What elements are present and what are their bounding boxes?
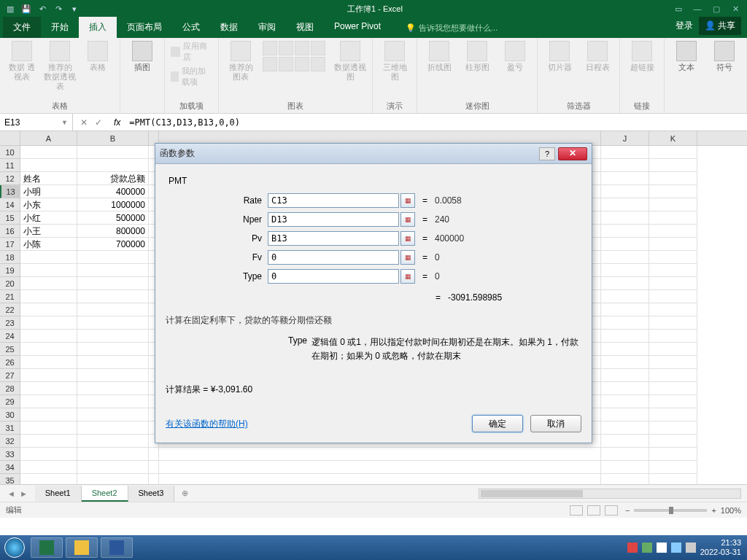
row-header[interactable]: 32 — [0, 435, 20, 448]
ribbon-options-icon[interactable]: ▭ — [670, 4, 687, 14]
sparkline-line-button[interactable]: 折线图 — [423, 41, 455, 72]
arg-input-type[interactable] — [268, 269, 399, 284]
cell[interactable] — [77, 461, 149, 474]
tab-file[interactable]: 文件 — [3, 17, 41, 38]
cell[interactable] — [649, 225, 697, 238]
cell[interactable] — [77, 343, 149, 356]
cell[interactable]: 小陈 — [20, 238, 77, 251]
row-header[interactable]: 23 — [0, 316, 20, 330]
cell[interactable] — [149, 448, 159, 461]
cell[interactable] — [601, 264, 649, 277]
column-header[interactable]: A — [20, 131, 77, 145]
zoom-slider[interactable] — [634, 509, 707, 512]
cell[interactable] — [77, 421, 149, 435]
ok-button[interactable]: 确定 — [472, 415, 523, 432]
cell[interactable] — [601, 330, 649, 343]
tray-volume-icon[interactable] — [686, 542, 696, 553]
cell[interactable] — [20, 277, 77, 290]
cell[interactable] — [601, 198, 649, 211]
qat-dropdown-icon[interactable]: ▾ — [69, 3, 80, 15]
cell[interactable] — [77, 369, 149, 382]
accept-formula-icon[interactable]: ✓ — [95, 117, 102, 128]
cell[interactable] — [601, 238, 649, 251]
cell[interactable] — [20, 343, 77, 356]
timeline-button[interactable]: 日程表 — [581, 41, 614, 72]
cell[interactable] — [649, 146, 697, 159]
cell[interactable] — [77, 264, 149, 277]
cell[interactable] — [77, 356, 149, 369]
cell[interactable]: 小明 — [20, 185, 77, 198]
range-selector-icon[interactable]: ▦ — [400, 269, 415, 284]
cell[interactable] — [649, 251, 697, 264]
taskbar-explorer[interactable] — [66, 537, 98, 558]
cell[interactable] — [649, 382, 697, 395]
cell[interactable] — [601, 461, 649, 474]
cell[interactable] — [601, 172, 649, 185]
cell[interactable] — [601, 356, 649, 369]
cell[interactable] — [649, 185, 697, 198]
sheet-tab[interactable]: Sheet1 — [35, 486, 82, 502]
cell[interactable] — [601, 159, 649, 172]
cell[interactable] — [649, 198, 697, 211]
cell[interactable] — [649, 277, 697, 290]
cell[interactable] — [20, 435, 77, 448]
cell[interactable] — [649, 369, 697, 382]
save-icon[interactable]: 💾 — [20, 3, 32, 15]
minimize-icon[interactable]: — — [689, 4, 706, 14]
range-selector-icon[interactable]: ▦ — [400, 231, 415, 246]
cell[interactable]: 400000 — [77, 185, 149, 198]
start-button[interactable] — [0, 535, 29, 560]
close-icon[interactable]: ✕ — [727, 4, 744, 14]
row-header[interactable]: 26 — [0, 356, 20, 369]
arg-input-rate[interactable] — [268, 193, 399, 208]
tell-me-box[interactable]: 💡 告诉我您想要做什么... — [406, 23, 498, 38]
store-button[interactable]: 应用商店 — [171, 41, 212, 63]
tray-battery-icon[interactable] — [642, 542, 652, 553]
cell[interactable] — [20, 421, 77, 435]
arg-input-fv[interactable] — [268, 250, 399, 265]
row-header[interactable]: 29 — [0, 395, 20, 408]
cancel-formula-icon[interactable]: ✕ — [80, 117, 88, 128]
column-header[interactable]: K — [649, 131, 697, 145]
cell[interactable] — [649, 343, 697, 356]
cell[interactable] — [20, 356, 77, 369]
fx-icon[interactable]: fx — [109, 117, 125, 128]
name-box[interactable]: E13 ▼ — [0, 114, 73, 131]
row-header[interactable]: 21 — [0, 290, 20, 303]
cell[interactable] — [649, 421, 697, 435]
cell[interactable]: 800000 — [77, 225, 149, 238]
cell[interactable]: 700000 — [77, 238, 149, 251]
cell[interactable] — [77, 435, 149, 448]
pivottable-button[interactable]: 数据 透视表 — [6, 41, 38, 82]
normal-view-icon[interactable] — [570, 505, 583, 516]
redo-icon[interactable]: ↷ — [53, 3, 64, 15]
sheet-tab[interactable]: Sheet3 — [128, 486, 175, 502]
cell[interactable] — [77, 316, 149, 330]
row-header[interactable]: 11 — [0, 159, 20, 172]
row-header[interactable]: 27 — [0, 369, 20, 382]
cell[interactable] — [601, 421, 649, 435]
pivotchart-button[interactable]: 数据透视图 — [334, 41, 366, 82]
arg-input-nper[interactable] — [268, 212, 399, 227]
cell[interactable] — [601, 395, 649, 408]
zoom-level[interactable]: 100% — [721, 506, 741, 515]
row-header[interactable]: 24 — [0, 330, 20, 343]
cell[interactable] — [77, 303, 149, 316]
zoom-out-icon[interactable]: − — [625, 506, 630, 515]
tab-页面布局[interactable]: 页面布局 — [117, 17, 172, 38]
row-header[interactable]: 35 — [0, 474, 20, 484]
dialog-close-icon[interactable]: ✕ — [558, 147, 587, 160]
tab-审阅[interactable]: 审阅 — [248, 17, 286, 38]
cell[interactable] — [601, 382, 649, 395]
row-header[interactable]: 30 — [0, 408, 20, 421]
column-header[interactable]: J — [601, 131, 649, 145]
cell[interactable] — [20, 408, 77, 421]
cell[interactable] — [601, 408, 649, 421]
cell[interactable] — [20, 251, 77, 264]
cell[interactable] — [77, 474, 149, 484]
cell[interactable] — [159, 474, 601, 484]
row-header[interactable]: 15 — [0, 211, 20, 225]
namebox-dropdown-icon[interactable]: ▼ — [61, 119, 68, 126]
illustrations-button[interactable]: 插图 — [126, 41, 158, 72]
cell[interactable] — [20, 146, 77, 159]
